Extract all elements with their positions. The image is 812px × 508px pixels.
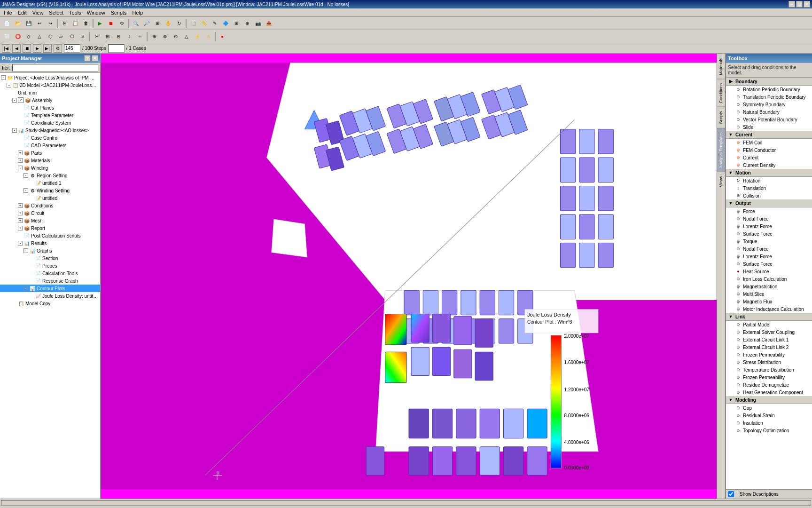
menu-help[interactable]: Help: [129, 9, 146, 16]
toolbox-item-translation-periodic-boundary[interactable]: ⊙ Translation Periodic Boundary: [726, 93, 812, 101]
zoom-out-btn[interactable]: 🔎: [141, 18, 152, 29]
rotate-btn[interactable]: ↻: [174, 18, 184, 29]
toolbox-item-partial-model[interactable]: ⊙ Partial Model: [726, 321, 812, 328]
edit-btn1[interactable]: ✂: [92, 32, 102, 42]
capture-btn[interactable]: 📷: [253, 18, 263, 29]
toolbox-item-current[interactable]: ⊕ Current: [726, 154, 812, 161]
toolbox-item-nodal-force2[interactable]: ⊕ Nodal Force: [726, 245, 812, 253]
delete-btn[interactable]: 🗑: [81, 18, 91, 29]
play-end-btn[interactable]: ▶|: [43, 44, 52, 53]
toolbox-item-fem-coil[interactable]: ⊕ FEM Coil: [726, 139, 812, 146]
toolbox-item-gap[interactable]: ⊙ Gap: [726, 404, 812, 412]
tree-item-conditions[interactable]: +📦Conditions: [0, 202, 100, 209]
expand-icon-parts[interactable]: +: [18, 151, 23, 155]
copy-btn[interactable]: ⎘: [59, 18, 70, 29]
cond-btn5[interactable]: ⚡: [192, 32, 203, 42]
tree-item-circuit[interactable]: +📦Circuit: [0, 209, 100, 217]
pm-controls[interactable]: ? ✕: [84, 55, 98, 62]
toolbox-item-external-solver-coupling[interactable]: ⊙ External Solver Coupling: [726, 328, 812, 336]
tree-item-cadparams[interactable]: 📄CAD Parameters: [0, 142, 100, 149]
draw-btn5[interactable]: ⬡: [45, 32, 55, 42]
pm-help-btn[interactable]: ?: [84, 55, 91, 62]
toolbox-item-lorentz-force2[interactable]: ⊕ Lorentz Force: [726, 253, 812, 260]
checkbox-assembly[interactable]: ✓: [18, 97, 23, 103]
toolbox-section-motion[interactable]: ▼ Motion: [726, 169, 812, 177]
toolbox-item-insulation[interactable]: ⊙ Insulation: [726, 419, 812, 427]
grid-btn[interactable]: ⊞: [231, 18, 242, 29]
toolbox-item-torque[interactable]: ⊕ Torque: [726, 238, 812, 245]
tree-item-cutplanes[interactable]: 📄Cut Planes: [0, 104, 100, 111]
menu-file[interactable]: File: [1, 9, 15, 16]
edit-btn4[interactable]: ↕: [124, 32, 134, 42]
draw-btn7[interactable]: ⎔: [67, 32, 77, 42]
vtab-analysis-templates[interactable]: Analysis Templates: [717, 128, 725, 172]
menu-scripts[interactable]: Scripts: [108, 9, 130, 16]
tree-item-postcalc[interactable]: 📄Post Calculation Scripts: [0, 232, 100, 239]
run-btn[interactable]: ▶: [95, 18, 105, 29]
tree-item-study[interactable]: -📊Study<Magnetic><AO losses>: [0, 127, 100, 134]
show-descriptions-checkbox[interactable]: [728, 491, 734, 497]
tree-item-section[interactable]: 📄Section: [0, 254, 100, 262]
expand-icon-report[interactable]: +: [18, 226, 23, 230]
tree-item-winding[interactable]: -📦Winding: [0, 164, 100, 172]
toolbox-item-external-circuit-link1[interactable]: ⊙ External Circuit Link 1: [726, 336, 812, 343]
open-btn[interactable]: 📂: [13, 18, 23, 29]
cond-btn2[interactable]: ⊗: [160, 32, 170, 42]
tree-item-project[interactable]: -📁Project <Joule Loss Analysis of IPM Mo…: [0, 74, 100, 81]
tree-item-report[interactable]: +📦Report: [0, 224, 100, 232]
expand-icon-graphs[interactable]: -: [23, 248, 28, 253]
toolbox-item-surface-force2[interactable]: ⊕ Surface Force: [726, 260, 812, 268]
step-input[interactable]: [64, 44, 80, 53]
pan-btn[interactable]: ✋: [163, 18, 173, 29]
expand-icon-winding[interactable]: -: [18, 166, 23, 170]
maximize-button[interactable]: □: [796, 1, 803, 8]
toolbox-item-heat-generation-component[interactable]: ⊙ Heat Generation Component: [726, 389, 812, 396]
center-canvas[interactable]: Joule Loss Density Contour Plot : W/m^3 …: [101, 54, 717, 499]
horizontal-scrollbar[interactable]: [1, 500, 811, 506]
cond-btn3[interactable]: ⊙: [171, 32, 181, 42]
vtab-views[interactable]: Views: [717, 172, 725, 191]
tree-item-graphs[interactable]: -📊Graphs: [0, 247, 100, 254]
expand-icon-circuit[interactable]: +: [18, 211, 23, 215]
toolbox-item-motor-inductance[interactable]: ⊕ Motor Inductance Calculation: [726, 305, 812, 313]
play-settings-btn[interactable]: ⚙: [54, 44, 62, 53]
toolbox-item-nodal-force[interactable]: ⊕ Nodal Force: [726, 215, 812, 222]
toolbox-item-frozen-permeability2[interactable]: ⊙ Frozen Permeability: [726, 373, 812, 381]
minimize-button[interactable]: ─: [789, 1, 795, 8]
toolbox-item-stress-distribution[interactable]: ⊙ Stress Distribution: [726, 358, 812, 366]
toolbox-item-surface-force[interactable]: ⊕ Surface Force: [726, 230, 812, 238]
draw-btn2[interactable]: ⭕: [13, 32, 23, 42]
toolbox-item-natural-boundary[interactable]: ⊙ Natural Boundary: [726, 108, 812, 116]
tree-item-coordsys[interactable]: 📄Coordinate System: [0, 119, 100, 127]
draw-btn8[interactable]: ⊿: [78, 32, 88, 42]
new-btn[interactable]: 📄: [2, 18, 12, 29]
toolbox-item-residual-strain[interactable]: ⊙ Residual Strain: [726, 412, 812, 419]
menu-select[interactable]: Select: [46, 9, 66, 16]
warn-btn[interactable]: ⚠: [203, 32, 213, 42]
toolbox-item-translation[interactable]: ↕ Translation: [726, 184, 812, 192]
toolbox-section-modeling[interactable]: ▼ Modeling: [726, 396, 812, 404]
toolbox-item-temperature-distribution[interactable]: ⊙ Temperature Distribution: [726, 366, 812, 373]
tree-item-results[interactable]: -📊Results: [0, 239, 100, 247]
menu-edit[interactable]: Edit: [15, 9, 30, 16]
tree-item-templateparam[interactable]: 📄Template Parameter: [0, 111, 100, 119]
expand-icon-mesh[interactable]: +: [18, 218, 23, 223]
redo-btn[interactable]: ↪: [45, 18, 55, 29]
tree-item-unit[interactable]: Unit: mm: [0, 89, 100, 96]
cond-btn4[interactable]: △: [181, 32, 192, 42]
pm-close-btn[interactable]: ✕: [92, 55, 98, 62]
play-start-btn[interactable]: |◀: [2, 44, 10, 53]
draw-btn3[interactable]: ◇: [23, 32, 34, 42]
expand-icon-assembly[interactable]: -: [12, 98, 17, 103]
toolbox-item-current-density[interactable]: ⊕ Current Density: [726, 161, 812, 169]
edit-btn5[interactable]: ↔: [135, 32, 145, 42]
close-button[interactable]: ✕: [804, 1, 810, 8]
toolbox-item-slide[interactable]: ⊙ Slide: [726, 123, 812, 131]
snap-btn[interactable]: ⊕: [242, 18, 252, 29]
toolbox-item-iron-loss-calc[interactable]: ⊕ Iron Loss Calculation: [726, 275, 812, 283]
toolbox-item-magnetic-flux[interactable]: ⊕ Magnetic Flux: [726, 298, 812, 305]
toolbox-section-output[interactable]: ▼ Output: [726, 199, 812, 207]
tree-item-mesh[interactable]: +📦Mesh: [0, 217, 100, 224]
save-btn[interactable]: 💾: [23, 18, 34, 29]
toolbox-item-fem-conductor[interactable]: ⊕ FEM Conductor: [726, 146, 812, 154]
